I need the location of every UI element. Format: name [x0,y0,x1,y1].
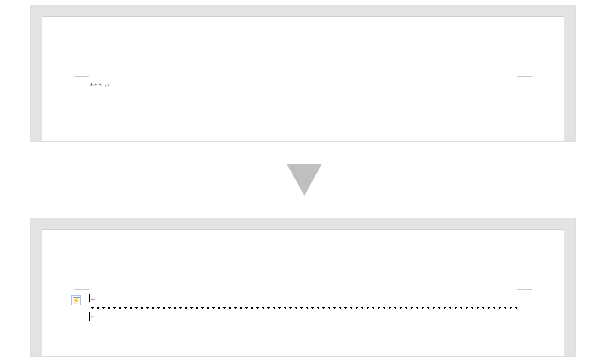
autoformat-trigger-text: *** [90,81,102,91]
text-cursor [89,294,90,302]
margin-corner-top-right-icon [517,274,532,290]
text-cursor [102,80,102,91]
autocorrect-options-button[interactable]: ⚡ [71,295,81,305]
pilcrow-return-icon: ↵ [105,82,110,89]
document-page-before[interactable]: *** ↵ [42,16,564,141]
arrow-down-icon [287,164,322,196]
margin-corner-top-left-icon [74,61,89,77]
before-viewport: *** ↵ [30,5,576,142]
document-page-after[interactable]: ⚡ ↵ ↵ [42,229,564,356]
comparison-figure: *** ↵ ⚡ ↵ ↵ [0,0,607,364]
pilcrow-return-icon: ↵ [91,313,96,320]
autocorrect-bar-icon [73,297,80,298]
autoformat-dotted-rule [90,306,519,310]
pilcrow-return-icon: ↵ [91,296,96,302]
margin-corner-top-right-icon [517,61,532,77]
margin-corner-top-left-icon [74,274,89,290]
text-cursor [89,312,90,321]
after-viewport: ⚡ ↵ ↵ [30,218,576,357]
